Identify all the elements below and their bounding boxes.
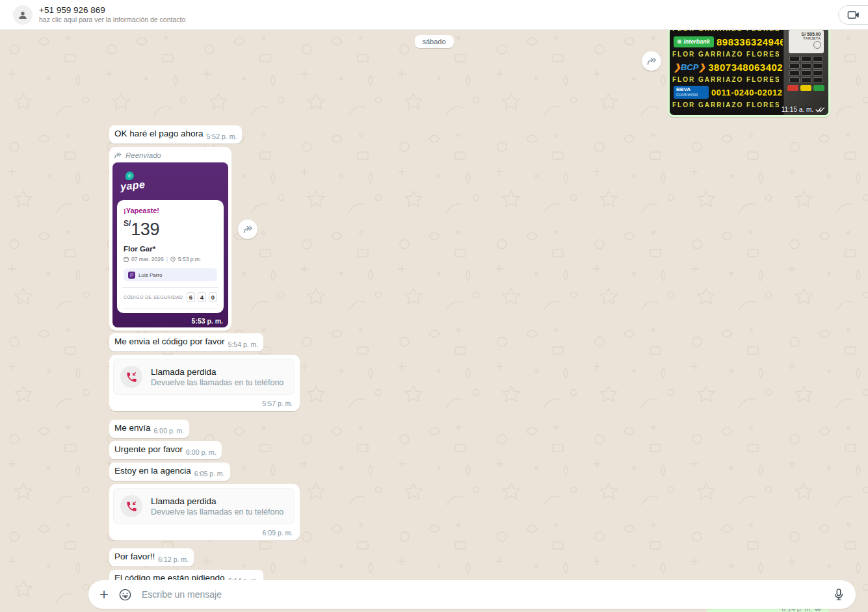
contact-subtitle: haz clic aquí para ver la información de… bbox=[39, 16, 185, 24]
missed-call-message[interactable]: Llamada perdida Devuelve las llamadas en… bbox=[109, 484, 300, 541]
date-divider: sábado bbox=[414, 35, 453, 48]
bank-accounts-image[interactable]: FLOR GARRIAZO FLORES interbank 898336324… bbox=[670, 28, 828, 115]
pos-label: TARJETA bbox=[791, 36, 821, 40]
pos-terminal-graphic: S/ 585.00 TARJETA bbox=[783, 28, 828, 115]
missed-call-phone-icon bbox=[125, 371, 138, 383]
message-text: Urgente por favor bbox=[114, 444, 183, 454]
yape-receipt-image[interactable]: ✆ yape ¡Yapeaste! S/139 Flor Gar* 07 mar… bbox=[112, 162, 228, 327]
yape-datetime: 07 mar. 2026 | 5:53 p.m. bbox=[124, 256, 217, 262]
double-check-icon bbox=[815, 107, 825, 113]
forward-icon bbox=[243, 225, 254, 235]
message-input[interactable] bbox=[142, 589, 823, 600]
security-digit: 4 bbox=[198, 292, 206, 302]
forwarded-image-message[interactable]: Reenviado ✆ yape ¡Yapeaste! S/139 Flor G… bbox=[109, 147, 231, 331]
missed-call-phone-icon bbox=[125, 500, 138, 513]
bbva-logo: BBVAContinental bbox=[674, 86, 709, 99]
person-icon bbox=[17, 9, 29, 21]
yape-payer-chip: P Luis Parro bbox=[124, 268, 217, 281]
contact-avatar[interactable] bbox=[13, 5, 33, 25]
bcp-account-number: 38073480634024 bbox=[708, 62, 789, 73]
message-time: 5:54 p. m. bbox=[228, 340, 259, 348]
clock-icon bbox=[170, 257, 176, 262]
forward-message-button[interactable] bbox=[238, 220, 257, 239]
message-time: 6:00 p. m. bbox=[154, 427, 185, 435]
incoming-message[interactable]: Estoy en la agencia6:05 p. m. bbox=[109, 463, 230, 481]
account-holder-name: FLOR GARRIAZO FLORES bbox=[672, 74, 779, 85]
missed-call-subtitle: Devuelve las llamadas en tu teléfono bbox=[151, 378, 283, 387]
forwarded-icon bbox=[114, 152, 122, 159]
voice-message-button[interactable] bbox=[833, 588, 845, 601]
message-text: Me envía bbox=[114, 423, 151, 433]
contact-name: +51 959 926 869 bbox=[39, 5, 185, 16]
forward-icon bbox=[646, 57, 657, 66]
bank-image-message[interactable]: FLOR GARRIAZO FLORES interbank 898336324… bbox=[668, 26, 830, 117]
message-text: Por favor!! bbox=[114, 552, 155, 561]
account-holder-name: FLOR GARRIAZO FLORES bbox=[672, 99, 779, 110]
missed-call-icon bbox=[120, 366, 142, 388]
calendar-icon bbox=[124, 257, 129, 262]
attach-button[interactable]: + bbox=[99, 587, 109, 602]
incoming-message[interactable]: OK haré el pago ahora5:52 p. m. bbox=[109, 125, 242, 144]
forward-message-button[interactable] bbox=[642, 51, 661, 71]
missed-call-icon bbox=[120, 495, 142, 517]
message-meta: 11:15 a. m. bbox=[782, 106, 825, 113]
payer-icon: P bbox=[128, 272, 135, 279]
incoming-message[interactable]: Me envia el código por favor5:54 p. m. bbox=[109, 333, 263, 351]
missed-call-title: Llamada perdida bbox=[151, 496, 283, 506]
message-time: 5:53 p. m. bbox=[192, 317, 223, 325]
yape-title: ¡Yapeaste! bbox=[124, 207, 217, 214]
contactless-icon bbox=[813, 41, 821, 49]
message-time: 5:57 p. m. bbox=[113, 400, 295, 407]
microphone-icon bbox=[833, 588, 845, 601]
video-camera-icon bbox=[847, 10, 860, 20]
yape-recipient: Flor Gar* bbox=[124, 245, 217, 253]
account-holder-name: FLOR GARRIAZO FLORES bbox=[672, 49, 779, 60]
sticker-emoji-button[interactable] bbox=[118, 588, 132, 602]
incoming-message[interactable]: Urgente por favor6:00 p. m. bbox=[109, 441, 222, 459]
incoming-message[interactable]: Me envía6:00 p. m. bbox=[109, 420, 189, 438]
pos-amount: S/ 585.00 bbox=[791, 32, 821, 36]
payer-name: Luis Parro bbox=[138, 272, 162, 278]
yape-logo: ✆ yape bbox=[120, 172, 145, 192]
missed-call-subtitle: Devuelve las llamadas en tu teléfono bbox=[151, 507, 283, 516]
yape-amount: S/139 bbox=[124, 219, 217, 240]
sticker-icon bbox=[118, 588, 132, 602]
missed-call-message[interactable]: Llamada perdida Devuelve las llamadas en… bbox=[109, 355, 300, 411]
message-time: 11:15 a. m. bbox=[782, 106, 813, 113]
missed-call-title: Llamada perdida bbox=[151, 367, 283, 377]
security-digit: 0 bbox=[209, 292, 217, 302]
video-call-button[interactable] bbox=[838, 5, 868, 25]
bcp-logo: ❯BCP❯ bbox=[674, 62, 705, 72]
whatsapp-chat-window: +51 959 926 869 haz clic aquí para ver l… bbox=[0, 0, 868, 612]
message-time: 6:05 p. m. bbox=[194, 470, 225, 478]
interbank-logo: interbank bbox=[674, 36, 714, 47]
chat-area: sábado FLOR GARRIAZO FLORES interbank 89… bbox=[0, 30, 868, 612]
message-time: 5:52 p. m. bbox=[207, 133, 237, 140]
message-text: Estoy en la agencia bbox=[114, 466, 191, 476]
yape-receipt-card: ¡Yapeaste! S/139 Flor Gar* 07 mar. 2026 … bbox=[117, 200, 224, 313]
outgoing-image-bubble: FLOR GARRIAZO FLORES interbank 898336324… bbox=[668, 26, 830, 117]
contact-info[interactable]: +51 959 926 869 haz clic aquí para ver l… bbox=[39, 5, 185, 24]
message-text: OK haré el pago ahora bbox=[114, 129, 204, 138]
message-time: 6:09 p. m. bbox=[113, 529, 295, 537]
yape-badge-icon: ✆ bbox=[125, 172, 134, 180]
message-composer: + bbox=[88, 580, 856, 609]
forwarded-label: Reenviado bbox=[112, 150, 228, 162]
security-digit: 6 bbox=[187, 292, 195, 302]
security-code-row: CÓDIGO DE SEGURIDAD 6 4 0 bbox=[124, 292, 217, 302]
message-time: 6:12 p. m. bbox=[158, 555, 189, 563]
incoming-message[interactable]: Por favor!!6:12 p. m. bbox=[109, 548, 194, 567]
interbank-account-number: 8983363249460 bbox=[717, 36, 791, 47]
chat-header: +51 959 926 869 haz clic aquí para ver l… bbox=[0, 0, 868, 30]
message-list: OK haré el pago ahora5:52 p. m. Reenviad… bbox=[109, 125, 829, 612]
message-text: Me envia el código por favor bbox=[114, 337, 225, 346]
message-time: 6:00 p. m. bbox=[186, 448, 217, 456]
